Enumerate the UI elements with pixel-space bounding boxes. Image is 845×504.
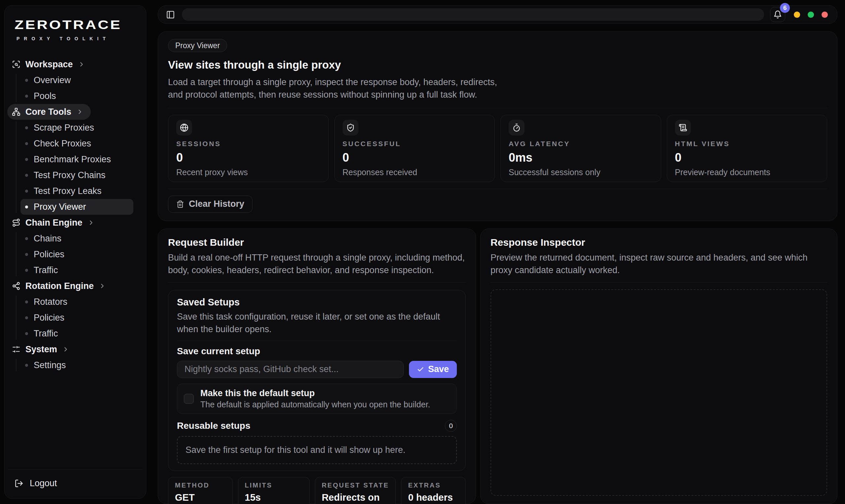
sidebar-item-traffic-rotation[interactable]: Traffic — [20, 326, 133, 341]
sidebar-item-label: Proxy Viewer — [34, 202, 86, 212]
sidebar: ZEROTRACE PROXY TOOLKIT Workspace Overvi… — [4, 5, 146, 499]
sidebar-item-label: Test Proxy Chains — [34, 170, 106, 180]
request-builder-description: Build a real one-off HTTP request throug… — [168, 251, 466, 277]
bullet-icon — [25, 158, 28, 161]
sidebar-item-label: Scrape Proxies — [34, 123, 94, 133]
sidebar-children-rotation-engine: Rotators Policies Traffic — [7, 294, 139, 341]
request-builder-title: Request Builder — [168, 237, 466, 248]
sidebar-item-chains[interactable]: Chains — [20, 231, 133, 246]
sidebar-item-pools[interactable]: Pools — [20, 88, 133, 104]
search-input[interactable] — [182, 8, 764, 21]
save-current-setup-label: Save current setup — [177, 346, 457, 357]
logout-button[interactable]: Logout — [8, 469, 143, 498]
stats-row: SESSIONS 0 Recent proxy views SUCCESSFUL… — [168, 115, 827, 182]
sidebar-nav: Workspace Overview Pools Core Tools — [5, 43, 146, 469]
bullet-icon — [25, 205, 28, 209]
sidebar-item-benchmark-proxies[interactable]: Benchmark Proxies — [20, 151, 133, 167]
sidebar-item-proxy-viewer[interactable]: Proxy Viewer — [20, 199, 133, 215]
sliders-icon — [12, 345, 20, 354]
window-controls — [794, 12, 828, 18]
divider — [491, 282, 827, 283]
scan-search-icon — [12, 60, 20, 69]
response-inspector-panel: Response Inspector Preview the returned … — [480, 229, 838, 504]
sidebar-group-system[interactable]: System — [7, 341, 76, 357]
response-inspector-description: Preview the returned document, inspect r… — [491, 251, 827, 277]
sidebar-children-workspace: Overview Pools — [7, 72, 139, 104]
sidebar-toggle-button[interactable] — [165, 9, 176, 20]
sidebar-item-traffic-chain[interactable]: Traffic — [20, 262, 133, 278]
sidebar-item-overview[interactable]: Overview — [20, 72, 133, 88]
sidebar-item-policies-rotation[interactable]: Policies — [20, 310, 133, 326]
summary-label: LIMITS — [245, 482, 303, 489]
sidebar-children-core-tools: Scrape Proxies Check Proxies Benchmark P… — [7, 120, 139, 215]
sidebar-group-chain-engine[interactable]: Chain Engine — [7, 215, 102, 231]
window-dot-green[interactable] — [808, 12, 814, 18]
save-setup-button[interactable]: Save — [409, 361, 457, 378]
default-setup-option[interactable]: Make this the default setup The default … — [177, 384, 457, 414]
check-icon — [417, 366, 424, 373]
setup-name-input[interactable] — [177, 361, 404, 378]
reusable-setups-title: Reusable setups — [177, 420, 250, 431]
bullet-icon — [25, 316, 28, 319]
sidebar-item-label: Chains — [34, 234, 61, 244]
summary-card-request-state: REQUEST STATE Redirects on Geo lookup of… — [315, 477, 396, 504]
scroll-text-icon — [675, 120, 691, 136]
sidebar-item-test-proxy-leaks[interactable]: Test Proxy Leaks — [20, 183, 133, 199]
stat-card-html-views: HTML VIEWS 0 Preview-ready documents — [667, 115, 828, 182]
sidebar-group-rotation-engine[interactable]: Rotation Engine — [7, 278, 113, 294]
save-button-label: Save — [428, 364, 449, 374]
summary-label: METHOD — [175, 482, 226, 489]
default-setup-checkbox[interactable] — [184, 394, 194, 404]
globe-icon — [176, 120, 192, 136]
chevron-right-icon — [99, 282, 106, 290]
saved-setups-title: Saved Setups — [177, 297, 457, 308]
bullet-icon — [25, 269, 28, 272]
timer-icon — [509, 120, 525, 136]
sidebar-item-test-proxy-chains[interactable]: Test Proxy Chains — [20, 167, 133, 183]
brand-tagline: PROXY TOOLKIT — [15, 36, 138, 41]
divider — [168, 108, 827, 108]
stat-label: AVG LATENCY — [509, 140, 653, 148]
app: ZEROTRACE PROXY TOOLKIT Workspace Overvi… — [0, 0, 845, 504]
stat-card-avg-latency: AVG LATENCY 0ms Successful sessions only — [500, 115, 661, 182]
shield-check-icon — [342, 120, 358, 136]
request-builder-panel: Request Builder Build a real one-off HTT… — [158, 229, 476, 504]
sidebar-item-rotators[interactable]: Rotators — [20, 294, 133, 310]
sidebar-item-label: Policies — [34, 313, 64, 323]
notifications-button[interactable]: 6 — [770, 7, 785, 22]
summary-card-limits: LIMITS 15s 512 KB preview — [238, 477, 310, 504]
sidebar-item-scrape-proxies[interactable]: Scrape Proxies — [20, 120, 133, 136]
sidebar-item-settings[interactable]: Settings — [20, 357, 133, 373]
bullet-icon — [25, 253, 28, 256]
stat-label: SUCCESSFUL — [342, 140, 487, 148]
saved-setups-description: Save this task configuration, reuse it l… — [177, 311, 457, 336]
request-summary-row: METHOD GET No body LIMITS 15s 512 KB pre… — [168, 477, 466, 504]
sidebar-group-core-tools[interactable]: Core Tools — [7, 104, 91, 120]
stat-value: 0 — [176, 151, 320, 165]
stat-value: 0 — [342, 151, 487, 165]
divider — [177, 341, 457, 341]
stat-label: SESSIONS — [176, 140, 320, 148]
window-dot-yellow[interactable] — [794, 12, 800, 18]
stat-value: 0 — [675, 151, 819, 165]
sidebar-group-workspace[interactable]: Workspace — [7, 56, 92, 72]
default-setup-title: Make this the default setup — [200, 388, 430, 398]
logout-label: Logout — [30, 478, 57, 488]
stat-card-sessions: SESSIONS 0 Recent proxy views — [168, 115, 329, 182]
sidebar-item-policies-chain[interactable]: Policies — [20, 246, 133, 262]
sidebar-group-label: Chain Engine — [25, 218, 83, 228]
bullet-icon — [25, 301, 28, 304]
brand-logo: ZEROTRACE PROXY TOOLKIT — [5, 6, 146, 43]
saved-setups-card: Saved Setups Save this task configuratio… — [168, 290, 466, 471]
sidebar-group-label: Core Tools — [25, 107, 71, 117]
sidebar-group-label: System — [25, 344, 57, 355]
stat-sub: Recent proxy views — [176, 167, 320, 177]
page-description: Load a target through a single proxy, in… — [168, 76, 505, 101]
chevron-right-icon — [76, 108, 84, 115]
sidebar-item-label: Rotators — [34, 297, 67, 307]
clear-history-button[interactable]: Clear History — [168, 196, 252, 213]
summary-value: Redirects on — [322, 492, 389, 503]
window-dot-red[interactable] — [822, 12, 828, 18]
sidebar-item-label: Policies — [34, 249, 64, 259]
sidebar-item-check-proxies[interactable]: Check Proxies — [20, 136, 133, 151]
